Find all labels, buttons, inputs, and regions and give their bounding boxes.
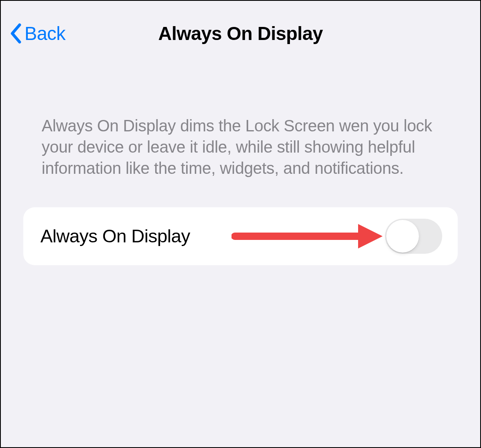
row-label: Always On Display: [40, 226, 190, 247]
always-on-display-row: Always On Display: [23, 207, 458, 265]
back-button[interactable]: Back: [10, 22, 65, 44]
annotation-arrow-icon: [232, 220, 387, 253]
chevron-left-icon: [10, 23, 22, 44]
setting-description: Always On Display dims the Lock Screen w…: [1, 50, 480, 179]
svg-marker-1: [358, 224, 383, 248]
always-on-display-toggle[interactable]: [385, 219, 442, 254]
back-label: Back: [24, 22, 65, 44]
nav-bar: Back Always On Display: [1, 1, 480, 50]
toggle-knob: [386, 220, 419, 253]
page-title: Always On Display: [158, 22, 323, 44]
